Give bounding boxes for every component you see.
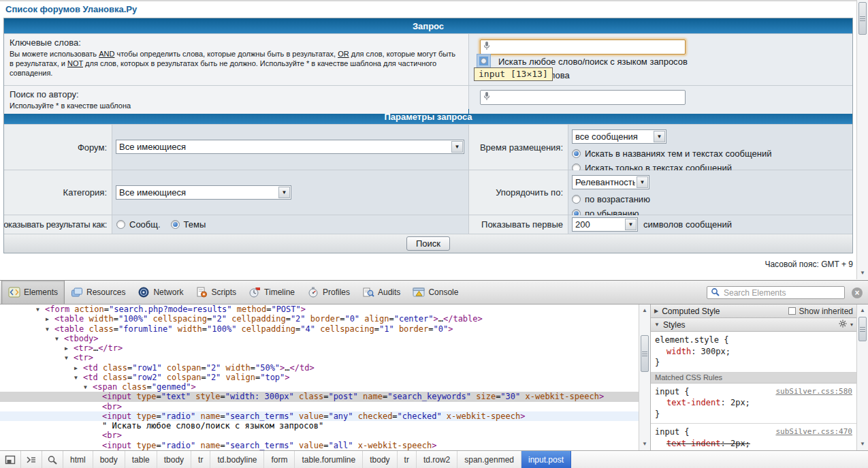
return-first-select[interactable]: 200 ▼ xyxy=(572,217,638,232)
chevron-down-icon[interactable]: ▼ xyxy=(625,219,637,230)
breadcrumb-item[interactable]: html xyxy=(63,451,93,468)
computed-style-section-header[interactable]: ▶ Computed Style Show inherited xyxy=(651,305,856,318)
dom-tree-node[interactable]: ▶<tr>…</tr> xyxy=(0,343,639,353)
scroll-up-arrow[interactable]: ▲ xyxy=(857,306,868,315)
breadcrumb-item[interactable]: table.forumline xyxy=(295,451,363,468)
search-any-radio[interactable] xyxy=(481,58,487,64)
scroll-down-arrow[interactable]: ▼ xyxy=(857,439,868,449)
search-elements-input[interactable] xyxy=(722,287,834,298)
dom-tree-node[interactable]: ▼<form action="search.php?mode=results" … xyxy=(0,305,639,314)
breadcrumb-item[interactable]: tr xyxy=(191,451,210,468)
forum-index-link[interactable]: Список форумов Улановка.Ру xyxy=(5,4,137,14)
dom-tree-node[interactable]: ▶<td class="row1" colspan="2" width="50%… xyxy=(0,363,639,373)
dock-icon[interactable] xyxy=(0,451,21,468)
console-drawer-icon[interactable] xyxy=(21,451,42,468)
dom-tree-node[interactable]: <input type="text" style="width: 300px" … xyxy=(0,392,639,401)
close-icon[interactable]: × xyxy=(852,287,863,298)
expanded-arrow-icon[interactable]: ▼ xyxy=(74,373,78,383)
dom-tree-node[interactable]: ▼<table class="forumline" width="100%" c… xyxy=(0,324,639,334)
keywords-input[interactable] xyxy=(480,40,686,54)
chevron-down-icon[interactable]: ▼ xyxy=(451,141,463,153)
forum-select[interactable]: Все имеющиеся ▼ xyxy=(116,140,464,154)
sidebar-scrollbar-thumb[interactable] xyxy=(858,317,867,341)
scroll-down-arrow[interactable]: ▼ xyxy=(639,439,650,449)
stylesheet-link[interactable]: subSilver.css:580 xyxy=(775,386,852,398)
css-property[interactable]: text-indent: 2px; xyxy=(655,397,852,409)
radio-unchecked[interactable] xyxy=(116,220,125,229)
microphone-icon[interactable] xyxy=(483,91,490,104)
dom-tree-node[interactable]: ▶<table width="100%" cellspacing="2" cel… xyxy=(0,314,639,324)
breadcrumb-item[interactable]: span.genmed xyxy=(457,451,521,468)
breadcrumb-item[interactable]: input.post xyxy=(521,451,571,468)
post-time-select[interactable]: все сообщения ▼ xyxy=(572,129,666,144)
scroll-up-arrow[interactable]: ▲ xyxy=(639,306,650,315)
css-property[interactable]: text-indent: 2px; xyxy=(655,438,852,450)
radio-checked[interactable] xyxy=(572,149,581,158)
breadcrumb-item[interactable]: body xyxy=(93,451,125,468)
collapsed-arrow-icon[interactable]: ▶ xyxy=(654,308,658,314)
search-any-radio-label[interactable]: Искать любое слово/поиск с языком запрос… xyxy=(498,57,688,67)
breadcrumb-item[interactable]: form xyxy=(264,451,295,468)
inspect-magnifier-icon[interactable] xyxy=(42,451,63,468)
styles-section-header[interactable]: ▼ Styles ▾ xyxy=(651,318,856,332)
radio-option-label[interactable]: по возрастанию xyxy=(585,194,650,204)
tree-scrollbar-thumb[interactable] xyxy=(641,335,649,372)
scroll-down-arrow[interactable]: ▼ xyxy=(857,268,868,278)
dom-tree-node[interactable]: ▼<span class="genmed"> xyxy=(0,382,639,392)
tab-network[interactable]: Network xyxy=(131,281,189,304)
radio-unchecked[interactable] xyxy=(572,195,581,204)
radio-option-label[interactable]: Искать в названиях тем и текстах сообщен… xyxy=(585,149,771,159)
chevron-down-icon[interactable]: ▼ xyxy=(654,131,665,142)
breadcrumb-item[interactable]: tr xyxy=(398,451,417,468)
search-submit-button[interactable]: Поиск xyxy=(406,236,450,251)
stylesheet-link[interactable]: subSilver.css:470 xyxy=(775,426,852,438)
expanded-arrow-icon[interactable]: ▼ xyxy=(654,322,660,328)
dom-tree-node[interactable]: ▼<td class="row2" colspan="2" valign="to… xyxy=(0,373,639,382)
dom-tree-node[interactable]: <input type="radio" name="search_terms" … xyxy=(0,411,639,421)
tree-scrollbar[interactable]: ▲ ▼ xyxy=(639,305,650,450)
category-select[interactable]: Все имеющиеся ▼ xyxy=(116,185,291,200)
dom-tree-node[interactable]: <br> xyxy=(0,402,639,411)
radio-checked[interactable] xyxy=(171,220,180,229)
tab-scripts[interactable]: Scripts xyxy=(189,281,242,304)
dom-tree-node[interactable]: ▼<tr> xyxy=(0,353,639,362)
tab-console[interactable]: Console xyxy=(406,281,464,304)
show-inherited-checkbox[interactable] xyxy=(788,307,796,315)
dom-tree-node[interactable]: <br> xyxy=(0,431,639,440)
radio-option-label[interactable]: Сообщ. xyxy=(129,219,161,230)
chevron-down-icon[interactable]: ▼ xyxy=(637,176,648,188)
expanded-arrow-icon[interactable]: ▼ xyxy=(84,383,87,392)
breadcrumb-item[interactable]: tbody xyxy=(157,451,191,468)
breadcrumb-item[interactable]: tbody xyxy=(363,451,397,468)
dom-tree-node[interactable]: <input type="radio" name="search_terms" … xyxy=(0,441,639,450)
dom-tree-node[interactable]: " Искать любое слово/поиск с языком запр… xyxy=(0,421,639,431)
collapsed-arrow-icon[interactable]: ▶ xyxy=(46,315,49,324)
gear-icon[interactable] xyxy=(839,319,847,330)
tab-resources[interactable]: Resources xyxy=(65,281,131,304)
sort-select[interactable]: Релевантность ▼ xyxy=(572,175,649,189)
breadcrumb-item[interactable]: table xyxy=(125,451,157,468)
dom-tree-node[interactable]: ▼<tbody> xyxy=(0,334,639,343)
page-scrollbar[interactable]: ▼ xyxy=(856,0,868,279)
page-scrollbar-thumb[interactable] xyxy=(858,2,867,35)
microphone-icon[interactable] xyxy=(483,41,490,53)
tab-audits[interactable]: Audits xyxy=(356,281,406,304)
breadcrumb-item[interactable]: td.row2 xyxy=(417,451,457,468)
css-property[interactable]: width: 300px; xyxy=(655,346,852,358)
collapsed-arrow-icon[interactable]: ▶ xyxy=(74,364,78,373)
tab-timeline[interactable]: Timeline xyxy=(242,281,301,304)
tab-profiles[interactable]: Profiles xyxy=(301,281,356,304)
expanded-arrow-icon[interactable]: ▼ xyxy=(55,334,59,344)
expanded-arrow-icon[interactable]: ▼ xyxy=(65,354,68,363)
chevron-down-icon[interactable]: ▼ xyxy=(278,187,290,198)
tab-elements[interactable]: Elements xyxy=(1,281,65,304)
collapsed-arrow-icon[interactable]: ▶ xyxy=(65,344,68,354)
devtools-search-box[interactable] xyxy=(707,286,845,299)
sidebar-scrollbar[interactable]: ▲ ▼ xyxy=(856,305,868,450)
radio-option-label[interactable]: Темы xyxy=(184,219,206,230)
expanded-arrow-icon[interactable]: ▼ xyxy=(36,305,39,315)
breadcrumb-item[interactable]: td.bodyline xyxy=(210,451,264,468)
author-input[interactable] xyxy=(480,90,686,105)
expanded-arrow-icon[interactable]: ▼ xyxy=(46,325,49,334)
gear-menu-arrow-icon[interactable]: ▾ xyxy=(850,322,853,328)
